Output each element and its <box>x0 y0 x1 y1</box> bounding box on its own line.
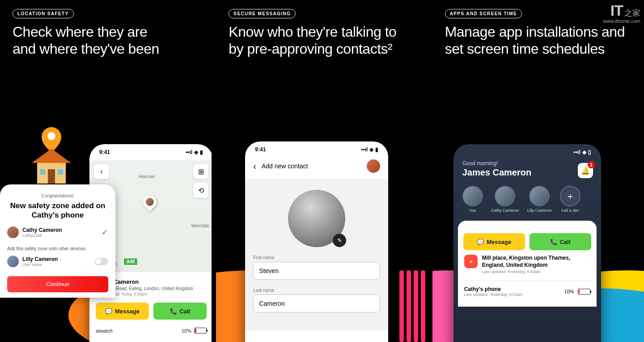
message-button[interactable]: 💬Message <box>463 233 525 250</box>
back-icon[interactable]: ‹ <box>253 161 256 171</box>
signal-icon: ••ıl <box>186 149 192 155</box>
svg-marker-1 <box>32 149 71 163</box>
avatar-icon[interactable] <box>367 159 380 173</box>
category-tag: APPS AND SCREEN TIME <box>445 9 522 18</box>
person-name: Lilly Cameron <box>22 256 58 262</box>
message-button[interactable]: 💬Message <box>96 303 149 320</box>
category-tag: LOCATION SAFETY <box>13 9 74 18</box>
battery-icon <box>194 328 207 333</box>
header-title: Add new contact <box>262 162 308 170</box>
person-row-cathy: Cathy Cameron Cathy1258 ✓ <box>7 227 108 238</box>
headline: Manage app installations and set screen … <box>445 24 644 58</box>
house-pin-illustration <box>25 125 78 188</box>
location-title: Mill place, Kingston upon Thames, Englan… <box>482 255 590 269</box>
avatar-icon <box>7 227 19 238</box>
wifi-icon: ◈ <box>369 146 373 153</box>
headline: Check where they are and where they've b… <box>13 24 212 58</box>
road-badge: A40 <box>123 258 138 265</box>
map-label: Harrow <box>139 174 154 179</box>
panel-secure-messaging: SECURE MESSAGING Know who they're talkin… <box>216 0 428 342</box>
phone-dashboard: ••ıl ◈ ▯ 🔔 1 Good morning! James Cameron… <box>453 144 601 342</box>
phone-icon: 📞 <box>550 239 557 245</box>
panel-location-safety: LOCATION SAFETY Check where they are and… <box>0 0 212 342</box>
phone-add-contact: 9:41 ••ıl ◈ ▮ ‹ Add new contact ✎ First … <box>245 141 388 342</box>
svg-rect-4 <box>40 169 45 175</box>
person-sub: User name <box>22 262 58 267</box>
battery-icon: ▮ <box>200 149 203 155</box>
person-row-lilly[interactable]: Lilly Cameron User name <box>7 256 108 267</box>
svg-rect-3 <box>48 169 55 184</box>
card-title: New safety zone added on Cathy's phone <box>7 201 108 220</box>
wifi-icon: ◈ <box>194 149 198 155</box>
person-name: Cathy Cameron <box>22 227 62 233</box>
family-carousel[interactable]: You Cathy Cameron Lilly Cameron ＋Add a d… <box>453 178 601 217</box>
last-name-input[interactable] <box>253 295 380 312</box>
greeting-text: Good morning! <box>462 160 592 167</box>
person-handle: Cathy1258 <box>22 233 62 238</box>
call-button[interactable]: 📞Call <box>153 303 207 320</box>
continue-button[interactable]: Continue <box>7 276 108 292</box>
screen-header: ‹ Add new contact <box>245 158 388 179</box>
divider <box>463 280 591 281</box>
svg-rect-5 <box>58 169 63 175</box>
plus-icon: ＋ <box>560 186 580 206</box>
family-member-you[interactable]: You <box>462 186 483 213</box>
device-name: Cathy's phone <box>464 286 523 292</box>
notifications-button[interactable]: 🔔 1 <box>578 163 593 178</box>
contact-photo[interactable]: ✎ <box>288 190 345 247</box>
status-time: 9:41 <box>99 149 110 155</box>
signal-icon: ••ıl <box>361 146 368 153</box>
status-bar: 9:41 ••ıl ◈ ▮ <box>89 144 212 160</box>
battery-icon <box>578 289 590 295</box>
svg-point-0 <box>47 132 55 140</box>
call-button[interactable]: 📞Call <box>530 233 591 250</box>
signal-icon: ••ıl <box>574 149 580 155</box>
panel-apps-screen-time: APPS AND SCREEN TIME Manage app installa… <box>432 0 644 342</box>
edit-icon[interactable]: ✎ <box>333 234 346 247</box>
location-icon: ⌖ <box>464 255 478 268</box>
first-name-label: First name <box>253 255 380 260</box>
family-member-cathy[interactable]: Cathy Cameron <box>491 186 519 213</box>
status-time: 9:41 <box>255 146 266 153</box>
avatar-icon <box>495 186 515 206</box>
family-member-lilly[interactable]: Lilly Cameron <box>527 186 552 213</box>
refresh-icon[interactable]: ⟲ <box>193 183 208 198</box>
badge-count: 1 <box>588 161 595 168</box>
watermark: IT 之家 www.ithome.com <box>603 4 640 24</box>
wifi-icon: ◈ <box>582 149 586 155</box>
status-bar: ••ıl ◈ ▯ <box>453 144 601 160</box>
device-label: atwatch <box>96 328 113 333</box>
add-device[interactable]: ＋Add a dev <box>560 186 580 213</box>
device-row[interactable]: Cathy's phone Last updated: Yesterday, 6… <box>463 282 591 300</box>
battery-icon: ▯ <box>588 149 591 155</box>
avatar-icon <box>7 256 19 267</box>
status-bar: 9:41 ••ıl ◈ ▮ <box>245 141 388 158</box>
device-updated: Last updated: Yesterday, 6:53am <box>464 292 523 297</box>
headline: Know who they're talking to by pre-appro… <box>229 24 428 58</box>
message-icon: 💬 <box>105 308 112 315</box>
first-name-input[interactable] <box>253 262 380 280</box>
toggle-switch[interactable] <box>95 258 108 265</box>
back-button[interactable]: ‹ <box>94 164 109 179</box>
map-layers-icon[interactable]: ⊞ <box>193 164 208 179</box>
safety-zone-card: Congratulations! New safety zone added o… <box>0 184 115 298</box>
congrats-label: Congratulations! <box>7 193 108 198</box>
location-updated: Last updated: Yesterday, 6:53am <box>482 269 590 274</box>
dashboard-sheet: 💬Message 📞Call ⌖ Mill place, Kingston up… <box>458 221 597 307</box>
message-icon: 💬 <box>477 239 484 245</box>
last-name-label: Last name <box>253 288 380 293</box>
phone-icon: 📞 <box>170 308 177 315</box>
category-tag: SECURE MESSAGING <box>229 9 296 18</box>
battery-percent: 10% <box>564 289 574 294</box>
battery-icon: ▮ <box>375 146 378 153</box>
location-row[interactable]: ⌖ Mill place, Kingston upon Thames, Engl… <box>463 250 591 278</box>
status-time <box>463 149 465 155</box>
check-icon: ✓ <box>102 227 108 237</box>
battery-percent: 10% <box>182 328 191 333</box>
hint-text: Add this safety zone onto other devices. <box>7 246 108 251</box>
user-name: James Cameron <box>462 167 592 178</box>
bell-icon: 🔔 <box>581 167 590 175</box>
avatar-icon <box>529 186 550 206</box>
contact-form: ✎ First name Last name <box>245 179 388 330</box>
map-label: Wemble <box>191 223 209 228</box>
